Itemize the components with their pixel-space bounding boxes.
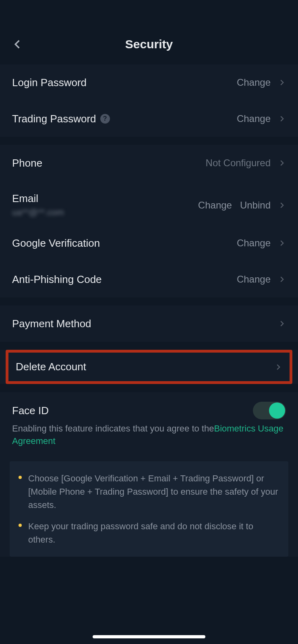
row-phone[interactable]: Phone Not Configured [0, 145, 298, 181]
header: Security [0, 24, 298, 64]
phone-status: Not Configured [206, 157, 271, 169]
anti-phishing-action[interactable]: Change [237, 274, 271, 285]
face-id-desc-text: Enabling this feature indicates that you… [12, 423, 214, 433]
google-verification-label: Google Verification [12, 237, 100, 250]
highlight-box: Delete Account [6, 350, 292, 384]
delete-account-label: Delete Account [16, 361, 86, 373]
email-value: ua**@**.com [12, 207, 64, 218]
face-id-label: Face ID [12, 405, 49, 417]
chevron-right-icon [279, 275, 286, 284]
anti-phishing-label: Anti-Phishing Code [12, 273, 102, 286]
trading-password-action[interactable]: Change [237, 113, 271, 124]
info-text-2: Keep your trading password safe and do n… [28, 520, 279, 546]
section-verification: Phone Not Configured Email ua**@**.com C… [0, 145, 298, 297]
section-passwords: Login Password Change Trading Password ?… [0, 64, 298, 137]
chevron-right-icon [279, 319, 286, 328]
row-face-id: Face ID [0, 392, 298, 423]
chevron-right-icon [279, 200, 286, 210]
page-title: Security [125, 37, 173, 51]
email-change-action[interactable]: Change [198, 200, 232, 211]
bullet-icon [19, 524, 22, 527]
info-text-1: Choose [Google Verification + Email + Tr… [28, 472, 279, 512]
chevron-right-icon [275, 362, 282, 372]
row-payment-method[interactable]: Payment Method [0, 305, 298, 342]
help-icon[interactable]: ? [100, 114, 110, 124]
row-anti-phishing[interactable]: Anti-Phishing Code Change [0, 261, 298, 297]
row-trading-password[interactable]: Trading Password ? Change [0, 101, 298, 137]
google-verification-action[interactable]: Change [237, 237, 271, 249]
row-google-verification[interactable]: Google Verification Change [0, 225, 298, 261]
section-delete-account: Delete Account [0, 350, 298, 384]
chevron-right-icon [279, 158, 286, 168]
row-email[interactable]: Email ua**@**.com Change Unbind [0, 181, 298, 225]
home-indicator[interactable] [93, 635, 205, 638]
row-login-password[interactable]: Login Password Change [0, 64, 298, 101]
row-delete-account[interactable]: Delete Account [8, 353, 290, 381]
section-payment: Payment Method [0, 305, 298, 342]
email-unbind-action[interactable]: Unbind [240, 200, 271, 211]
chevron-right-icon [279, 78, 286, 87]
face-id-toggle[interactable] [253, 402, 286, 419]
chevron-right-icon [279, 238, 286, 248]
face-id-description: Enabling this feature indicates that you… [0, 423, 298, 457]
bullet-icon [19, 476, 22, 479]
info-item-2: Keep your trading password safe and do n… [19, 520, 279, 546]
payment-method-label: Payment Method [12, 318, 91, 330]
back-button[interactable] [12, 39, 23, 50]
info-item-1: Choose [Google Verification + Email + Tr… [19, 472, 279, 512]
section-faceid: Face ID Enabling this feature indicates … [0, 392, 298, 557]
email-label: Email [12, 192, 64, 205]
chevron-left-icon [12, 39, 23, 50]
login-password-action[interactable]: Change [237, 77, 271, 88]
phone-label: Phone [12, 157, 42, 169]
info-box: Choose [Google Verification + Email + Tr… [10, 461, 288, 557]
trading-password-label: Trading Password [12, 113, 96, 125]
chevron-right-icon [279, 114, 286, 124]
toggle-knob [269, 402, 285, 419]
login-password-label: Login Password [12, 76, 87, 89]
